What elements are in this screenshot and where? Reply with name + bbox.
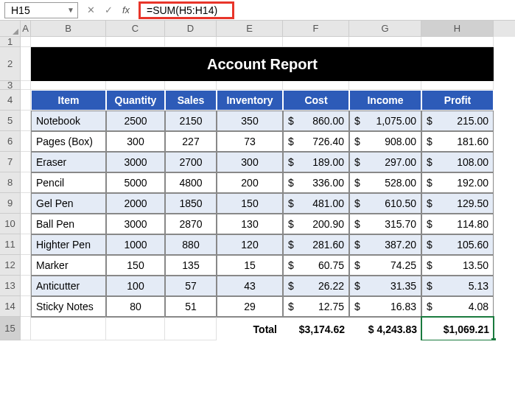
cell[interactable] [349, 37, 421, 47]
cell[interactable] [21, 276, 31, 296]
row-header-9[interactable]: 9 [0, 193, 21, 214]
item-cell[interactable]: Pages (Box) [31, 131, 106, 152]
total-cost[interactable]: $3,174.62 [283, 317, 349, 340]
money-cell[interactable]: $387.20 [349, 234, 421, 255]
name-box[interactable]: H15 ▼ [4, 2, 78, 18]
cell[interactable] [165, 317, 217, 340]
cell[interactable] [21, 131, 31, 152]
money-cell[interactable]: $189.00 [283, 152, 349, 172]
num-cell[interactable]: 227 [165, 131, 217, 152]
num-cell[interactable]: 130 [217, 214, 283, 234]
cell[interactable] [21, 193, 31, 214]
cell[interactable] [21, 152, 31, 172]
num-cell[interactable]: 57 [165, 276, 217, 296]
money-cell[interactable]: $129.50 [421, 193, 494, 214]
money-cell[interactable]: $13.50 [421, 255, 494, 276]
item-cell[interactable]: Marker [31, 255, 106, 276]
money-cell[interactable]: $60.75 [283, 255, 349, 276]
money-cell[interactable]: $281.60 [283, 234, 349, 255]
money-cell[interactable]: $215.00 [421, 111, 494, 131]
fx-icon[interactable]: fx [119, 4, 133, 15]
table-header[interactable]: Sales [165, 90, 217, 111]
num-cell[interactable]: 150 [106, 255, 165, 276]
num-cell[interactable]: 2150 [165, 111, 217, 131]
money-cell[interactable]: $16.83 [349, 296, 421, 317]
row-header-4[interactable]: 4 [0, 90, 21, 111]
table-header[interactable]: Profit [421, 90, 494, 111]
cell[interactable] [21, 214, 31, 234]
item-cell[interactable]: Notebook [31, 111, 106, 131]
cell[interactable] [31, 37, 106, 47]
chevron-down-icon[interactable]: ▼ [67, 6, 74, 14]
money-cell[interactable]: $12.75 [283, 296, 349, 317]
num-cell[interactable]: 3000 [106, 152, 165, 172]
money-cell[interactable]: $4.08 [421, 296, 494, 317]
num-cell[interactable]: 135 [165, 255, 217, 276]
cell[interactable] [421, 81, 494, 90]
cell[interactable] [21, 296, 31, 317]
money-cell[interactable]: $192.00 [421, 172, 494, 193]
money-cell[interactable]: $181.60 [421, 131, 494, 152]
cancel-icon[interactable]: ✕ [84, 4, 97, 15]
num-cell[interactable]: 43 [217, 276, 283, 296]
row-header-1[interactable]: 1 [0, 37, 21, 47]
item-cell[interactable]: Gel Pen [31, 193, 106, 214]
item-cell[interactable]: Eraser [31, 152, 106, 172]
col-header-E[interactable]: E [217, 21, 283, 37]
money-cell[interactable]: $297.00 [349, 152, 421, 172]
total-income[interactable]: $ 4,243.83 [349, 317, 421, 340]
money-cell[interactable]: $860.00 [283, 111, 349, 131]
num-cell[interactable]: 2700 [165, 152, 217, 172]
row-header-3[interactable]: 3 [0, 81, 21, 90]
money-cell[interactable]: $105.60 [421, 234, 494, 255]
num-cell[interactable]: 200 [217, 172, 283, 193]
table-header[interactable]: Cost [283, 90, 349, 111]
row-header-7[interactable]: 7 [0, 152, 21, 172]
col-header-C[interactable]: C [106, 21, 165, 37]
cell[interactable] [21, 81, 31, 90]
money-cell[interactable]: $610.50 [349, 193, 421, 214]
col-header-F[interactable]: F [283, 21, 349, 37]
cell[interactable] [349, 81, 421, 90]
item-cell[interactable]: Pencil [31, 172, 106, 193]
cell[interactable] [21, 37, 31, 47]
cell[interactable] [106, 37, 165, 47]
cell[interactable] [21, 47, 31, 81]
money-cell[interactable]: $528.00 [349, 172, 421, 193]
report-title[interactable]: Account Report [31, 47, 494, 81]
cell[interactable] [217, 81, 283, 90]
money-cell[interactable]: $5.13 [421, 276, 494, 296]
row-header-10[interactable]: 10 [0, 214, 21, 234]
cell[interactable] [21, 255, 31, 276]
money-cell[interactable]: $74.25 [349, 255, 421, 276]
money-cell[interactable]: $31.35 [349, 276, 421, 296]
cell[interactable] [165, 81, 217, 90]
money-cell[interactable]: $200.90 [283, 214, 349, 234]
item-cell[interactable]: Highter Pen [31, 234, 106, 255]
num-cell[interactable]: 300 [106, 131, 165, 152]
num-cell[interactable]: 29 [217, 296, 283, 317]
num-cell[interactable]: 120 [217, 234, 283, 255]
money-cell[interactable]: $336.00 [283, 172, 349, 193]
num-cell[interactable]: 1850 [165, 193, 217, 214]
row-header-13[interactable]: 13 [0, 276, 21, 296]
row-header-2[interactable]: 2 [0, 47, 21, 81]
num-cell[interactable]: 1000 [106, 234, 165, 255]
num-cell[interactable]: 300 [217, 152, 283, 172]
money-cell[interactable]: $114.80 [421, 214, 494, 234]
cell[interactable] [21, 90, 31, 111]
check-icon[interactable]: ✓ [102, 4, 115, 15]
item-cell[interactable]: Sticky Notes [31, 296, 106, 317]
cell[interactable] [106, 81, 165, 90]
num-cell[interactable]: 2500 [106, 111, 165, 131]
col-header-G[interactable]: G [349, 21, 421, 37]
row-header-8[interactable]: 8 [0, 172, 21, 193]
money-cell[interactable]: $108.00 [421, 152, 494, 172]
num-cell[interactable]: 4800 [165, 172, 217, 193]
num-cell[interactable]: 15 [217, 255, 283, 276]
col-header-H[interactable]: H [421, 21, 494, 37]
item-cell[interactable]: Anticutter [31, 276, 106, 296]
row-header-11[interactable]: 11 [0, 234, 21, 255]
money-cell[interactable]: $26.22 [283, 276, 349, 296]
num-cell[interactable]: 5000 [106, 172, 165, 193]
